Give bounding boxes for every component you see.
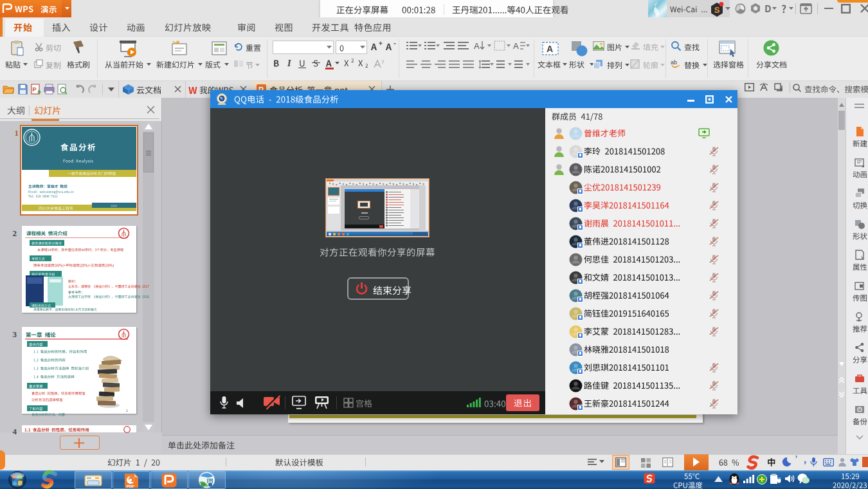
svg-text:A: A [513, 41, 519, 51]
svg-text:P: P [32, 86, 36, 93]
svg-text:PDF: PDF [127, 484, 134, 488]
svg-text:ab: ab [671, 59, 677, 66]
svg-text:S: S [714, 5, 720, 15]
svg-text:A: A [474, 41, 480, 51]
svg-text:A: A [547, 44, 553, 54]
